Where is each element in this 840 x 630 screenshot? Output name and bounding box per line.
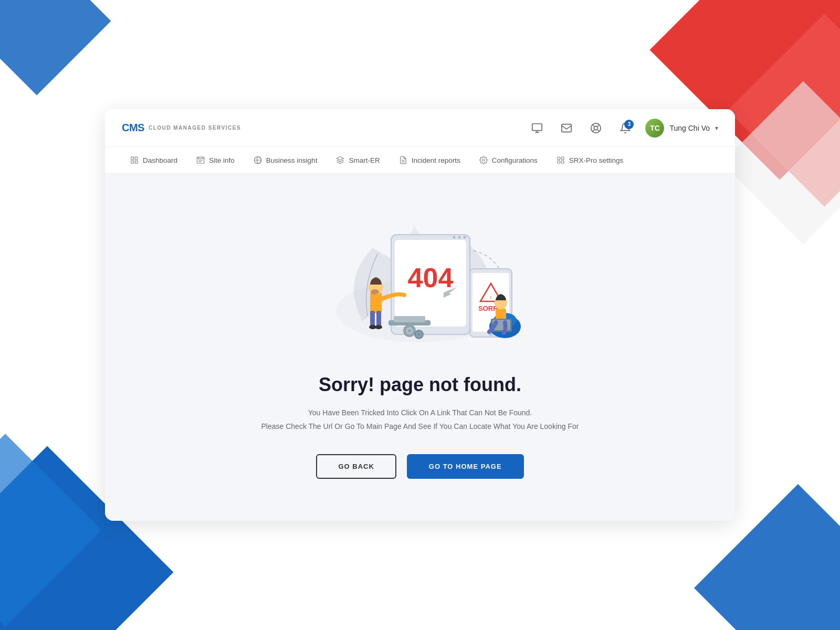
help-icon[interactable]	[586, 119, 605, 138]
navbar: Dashboard Site info Business insight Sma…	[105, 147, 735, 174]
go-back-button[interactable]: GO BACK	[316, 454, 396, 479]
user-name: Tung Chi Vo	[669, 124, 710, 132]
svg-rect-25	[558, 161, 560, 164]
svg-rect-48	[394, 316, 425, 322]
main-content: 404 ! SORRY.	[105, 174, 735, 520]
svg-text:!: !	[490, 295, 492, 300]
nav-label-configurations: Configurations	[492, 156, 538, 164]
svg-rect-11	[135, 161, 138, 164]
error-desc-line1: You Have Been Tricked Into Click On A Li…	[261, 406, 579, 419]
logo-cms: CMS	[122, 122, 144, 134]
error-buttons: GO BACK GO TO HOME PAGE	[316, 454, 523, 479]
mail-icon[interactable]	[557, 119, 576, 138]
svg-point-42	[371, 289, 379, 295]
user-profile[interactable]: TC Tung Chi Vo ▾	[645, 119, 718, 138]
svg-rect-10	[131, 161, 134, 164]
svg-point-54	[418, 333, 421, 336]
svg-rect-1	[562, 124, 571, 132]
sidebar-item-srx-pro-settings[interactable]: SRX-Pro settings	[548, 152, 632, 169]
svg-line-7	[593, 130, 594, 131]
svg-point-22	[482, 159, 485, 161]
svg-point-3	[594, 126, 598, 130]
svg-rect-0	[532, 124, 542, 131]
sidebar-item-smart-er[interactable]: Smart-ER	[328, 152, 388, 169]
svg-rect-9	[135, 157, 138, 160]
error-illustration: 404 ! SORRY.	[310, 206, 530, 353]
notification-icon[interactable]: 3	[616, 119, 635, 138]
svg-point-31	[453, 236, 456, 239]
logo-text: CLOUD MANAGED SERVICES	[149, 125, 241, 131]
svg-point-46	[375, 325, 382, 329]
notification-badge: 3	[624, 120, 634, 129]
svg-line-4	[593, 124, 594, 126]
nav-label-business-insight: Business insight	[266, 156, 318, 164]
go-home-button[interactable]: GO TO HOME PAGE	[407, 454, 524, 479]
svg-rect-23	[558, 157, 560, 160]
svg-line-6	[598, 124, 600, 126]
error-title: Sorry! page not found.	[319, 374, 521, 396]
main-window: CMS CLOUD MANAGED SERVICES	[105, 109, 735, 520]
svg-point-51	[408, 329, 411, 332]
svg-rect-44	[376, 311, 381, 327]
sidebar-item-site-info[interactable]: Site info	[188, 152, 243, 169]
sidebar-item-incident-reports[interactable]: Incident reports	[391, 152, 469, 169]
svg-rect-8	[131, 157, 134, 160]
screen-icon[interactable]	[528, 119, 547, 138]
header-right: 3 TC Tung Chi Vo ▾	[528, 119, 718, 138]
svg-text:404: 404	[408, 262, 454, 293]
sidebar-item-configurations[interactable]: Configurations	[471, 152, 546, 169]
sidebar-item-business-insight[interactable]: Business insight	[245, 152, 326, 169]
nav-label-dashboard: Dashboard	[143, 156, 177, 164]
nav-label-srx-pro-settings: SRX-Pro settings	[569, 156, 624, 164]
header-left: CMS CLOUD MANAGED SERVICES	[122, 122, 241, 134]
nav-label-incident-reports: Incident reports	[412, 156, 460, 164]
svg-rect-24	[561, 157, 564, 160]
nav-label-site-info: Site info	[209, 156, 235, 164]
svg-point-32	[458, 236, 461, 239]
logo[interactable]: CMS CLOUD MANAGED SERVICES	[122, 122, 241, 134]
header: CMS CLOUD MANAGED SERVICES	[105, 109, 735, 147]
nav-label-smart-er: Smart-ER	[349, 156, 380, 164]
chevron-down-icon: ▾	[715, 124, 718, 132]
svg-rect-26	[561, 161, 564, 164]
svg-rect-40	[370, 292, 382, 313]
error-desc-line2: Please Check The Url Or Go To Main Page …	[261, 420, 579, 433]
avatar-image: TC	[645, 119, 664, 138]
avatar: TC	[645, 119, 664, 138]
sidebar-item-dashboard[interactable]: Dashboard	[122, 152, 186, 169]
svg-rect-43	[370, 311, 375, 327]
svg-line-5	[598, 130, 600, 131]
svg-point-33	[464, 236, 466, 239]
error-description: You Have Been Tricked Into Click On A Li…	[261, 406, 579, 433]
